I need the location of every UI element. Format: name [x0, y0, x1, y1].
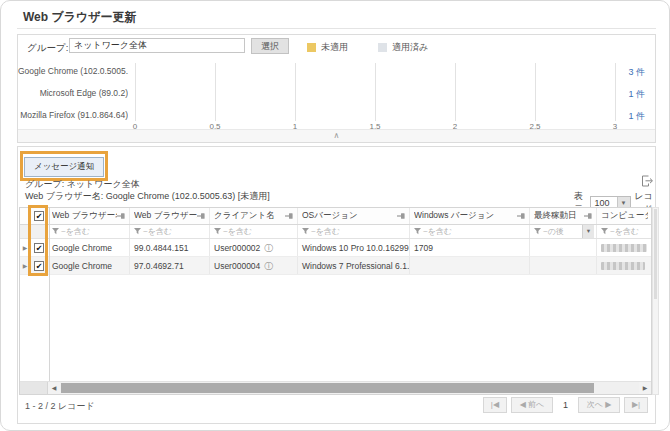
- pin-icon[interactable]: [285, 212, 294, 220]
- gridline: [215, 63, 216, 121]
- browser-update-chart-panel: グループ: 選択 未適用 適用済み Google Chrome (102.0.5…: [17, 34, 656, 143]
- filter-placeholder: ~を含む: [61, 226, 90, 237]
- filter-funnel-icon: [302, 228, 309, 235]
- cell-browser-version: 97.0.4692.71: [130, 257, 210, 274]
- export-icon[interactable]: [641, 175, 654, 187]
- column-label: Web ブラウザーバ…: [134, 210, 197, 222]
- group-select-button[interactable]: 選択: [251, 38, 289, 54]
- filter-spacer: [31, 225, 48, 238]
- legend-label: 未適用: [321, 41, 348, 54]
- pin-icon[interactable]: [517, 212, 526, 220]
- pin-icon[interactable]: [584, 212, 593, 220]
- filter-placeholder: ~を含む: [143, 226, 172, 237]
- horizontal-scrollbar[interactable]: ◀ ▶: [20, 381, 651, 394]
- cell-last-active: [530, 257, 597, 274]
- first-page-button[interactable]: |◀: [483, 397, 507, 413]
- select-all-cell: ✔: [31, 208, 48, 224]
- redacted-computer-name: [601, 244, 647, 252]
- column-header-browser-version[interactable]: Web ブラウザーバ…: [130, 208, 210, 224]
- category-label-chrome: Google Chrome (102.0.5005.…: [18, 66, 128, 76]
- pin-icon[interactable]: [397, 212, 406, 220]
- browser-detail-panel: メッセージ通知 グループ: ネットワーク全体 Web ブラウザー名: Googl…: [17, 146, 656, 424]
- redacted-computer-name: [601, 262, 645, 270]
- filter-funnel-icon: [52, 228, 59, 235]
- gridline: [375, 63, 376, 121]
- gridline: [135, 63, 136, 121]
- table-row[interactable]: ▶ ✔ Google Chrome 97.0.4692.71 User00000…: [20, 257, 651, 275]
- scrollbar-track[interactable]: [60, 382, 639, 394]
- count-link-edge[interactable]: 1 件: [615, 88, 645, 101]
- column-header-os-version[interactable]: OSバージョン: [298, 208, 410, 224]
- table-row[interactable]: ▶ ✔ Google Chrome 99.0.4844.151 User0000…: [20, 239, 651, 257]
- last-page-button[interactable]: ▶|: [624, 397, 648, 413]
- table-filter-row: ~を含む ~を含む ~を含む ~を含む ~を含む ~の後 ▼: [20, 225, 651, 239]
- row-checkbox[interactable]: ✔: [34, 261, 44, 271]
- filter-placeholder: ~を含む: [610, 226, 639, 237]
- filter-client-name[interactable]: ~を含む: [210, 225, 298, 238]
- legend-item-applied: 適用済み: [378, 41, 428, 54]
- cell-browser-name: Google Chrome: [48, 239, 130, 256]
- filter-funnel-icon: [134, 228, 141, 235]
- cell-computer-name: [597, 257, 651, 274]
- gridline: [455, 63, 456, 121]
- filter-placeholder: ~を含む: [223, 226, 252, 237]
- filter-browser-version[interactable]: ~を含む: [130, 225, 210, 238]
- scroll-right-icon[interactable]: ▶: [639, 382, 651, 394]
- column-header-computer-name[interactable]: コンピューター名: [597, 208, 651, 224]
- filter-browser-name[interactable]: ~を含む: [48, 225, 130, 238]
- row-expander-icon[interactable]: ▶: [20, 257, 31, 274]
- pin-icon[interactable]: [197, 212, 206, 220]
- pagination: |◀ ◀ 前へ 1 次へ ▶ ▶|: [479, 397, 648, 413]
- count-link-chrome[interactable]: 3 件: [615, 66, 645, 79]
- column-header-windows-version[interactable]: Windows バージョン: [410, 208, 530, 224]
- legend-swatch-applied: [378, 43, 387, 52]
- filter-spacer: [20, 225, 31, 238]
- pin-icon[interactable]: [117, 212, 126, 220]
- column-header-browser-name[interactable]: Web ブラウザー名: [48, 208, 130, 224]
- filter-computer-name[interactable]: ~を含む: [597, 225, 651, 238]
- row-checkbox-cell: ✔: [31, 257, 48, 274]
- cell-windows-version: [410, 257, 530, 274]
- cell-client-name: User000004 ⓘ: [210, 257, 298, 274]
- info-icon[interactable]: ⓘ: [264, 243, 273, 253]
- row-checkbox-cell: ✔: [31, 239, 48, 256]
- filter-funnel-icon: [601, 228, 608, 235]
- next-page-button[interactable]: 次へ ▶: [578, 397, 620, 413]
- row-checkbox[interactable]: ✔: [34, 243, 44, 253]
- cell-client-name: User000002 ⓘ: [210, 239, 298, 256]
- vertical-scrollbar[interactable]: [652, 207, 659, 395]
- filter-windows-version[interactable]: ~を含む: [410, 225, 530, 238]
- page-title: Web ブラウザー更新: [23, 9, 137, 26]
- filter-os-version[interactable]: ~を含む: [298, 225, 410, 238]
- select-all-checkbox[interactable]: ✔: [34, 211, 44, 221]
- current-page-number: 1: [563, 400, 568, 410]
- scroll-left-icon[interactable]: ◀: [48, 382, 60, 394]
- cell-browser-name: Google Chrome: [48, 257, 130, 274]
- filter-placeholder: ~を含む: [423, 226, 452, 237]
- gridline: [535, 63, 536, 121]
- chart-collapse-bar[interactable]: ∧: [18, 129, 655, 142]
- message-notify-button[interactable]: メッセージ通知: [24, 157, 104, 177]
- cell-os-version: Windows 7 Professional 6.1.7…: [298, 257, 410, 274]
- count-link-firefox[interactable]: 1 件: [615, 110, 645, 123]
- prev-page-button[interactable]: ◀ 前へ: [511, 397, 553, 413]
- gridline: [295, 63, 296, 121]
- row-expander-icon[interactable]: ▶: [20, 239, 31, 256]
- records-table: ✔ Web ブラウザー名 Web ブラウザーバ… クライアント名 OSバージョン…: [19, 207, 652, 395]
- filter-last-active[interactable]: ~の後 ▼: [530, 225, 597, 238]
- filter-dropdown-icon[interactable]: ▼: [582, 225, 594, 238]
- info-icon[interactable]: ⓘ: [264, 261, 273, 271]
- scrollbar-thumb[interactable]: [61, 383, 594, 393]
- category-label-firefox: Mozilla Firefox (91.0.864.64): [18, 110, 128, 120]
- scrollbar-thumb[interactable]: [654, 209, 657, 299]
- column-label: クライアント名: [214, 210, 285, 222]
- chevron-up-icon: ∧: [334, 131, 340, 140]
- column-header-last-active[interactable]: 最終稼動日: [530, 208, 597, 224]
- group-input[interactable]: [69, 38, 245, 53]
- column-header-client-name[interactable]: クライアント名: [210, 208, 298, 224]
- column-label: コンピューター名: [601, 210, 648, 222]
- filter-funnel-icon: [534, 228, 541, 235]
- message-button-highlight: メッセージ通知: [20, 151, 108, 181]
- title-divider: [17, 28, 656, 29]
- cell-windows-version: 1709: [410, 239, 530, 256]
